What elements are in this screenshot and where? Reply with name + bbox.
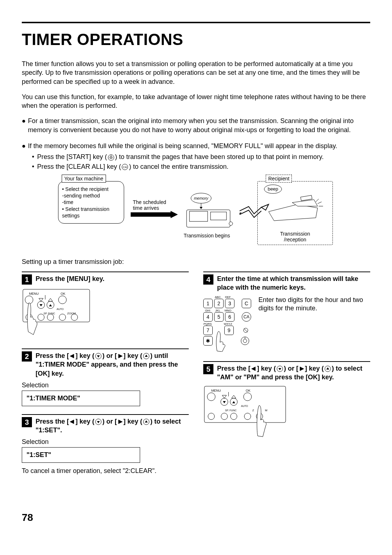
arrow-right-icon [131,211,178,218]
step-2-selection-box: "1:TIMER MODE" [22,391,140,406]
keypad-3: 3 [225,299,234,308]
step-3-selection-label: Selection [22,438,189,446]
note-bullet-1-text: For a timer transmission, scan the origi… [28,117,370,134]
svg-point-3 [111,157,111,158]
svg-marker-7 [171,211,178,218]
svg-point-58 [243,339,247,343]
svg-point-77 [244,393,252,401]
bullet-dot: ● [22,117,28,134]
clear-all-icon: CA [122,164,128,170]
svg-marker-60 [251,367,256,371]
left-triangle-icon [70,354,75,358]
control-panel-illustration: MENU | OK AUTO SP. FUNC ZOOM [22,288,91,339]
svg-text:MENU: MENU [211,389,221,392]
svg-point-84 [230,413,237,420]
svg-point-15 [229,222,233,225]
diagram-recipient-label: Recipient [266,175,292,183]
svg-point-82 [208,413,215,420]
step-1-text: Press the [MENU] key. [36,274,105,283]
svg-text:AUTO: AUTO [241,405,248,407]
svg-text:SP. FUNC: SP. FUNC [225,409,237,412]
svg-text:MENU: MENU [29,292,39,295]
up-circle-icon [324,366,331,372]
keypad-clearall: CA [242,312,251,322]
svg-marker-43 [70,354,74,358]
step-4-hint: Enter two digits for the hour and two di… [258,296,370,313]
svg-point-83 [221,413,228,420]
keypad-illustration: ABC DEF 1 2 3 C GHI JKL [203,296,251,353]
intro-paragraph-1: The timer function allows you to set a t… [22,60,370,86]
svg-text:OK: OK [61,292,65,295]
keypad-clear: C [242,299,251,308]
step-3-text: Press the [] key () or [] key () to sele… [36,417,189,435]
down-circle-icon [277,366,283,372]
note-bullet-2-sub1: • Press the [START] key () to transmit t… [32,152,370,161]
intro-paragraph-2: You can use this function, for example, … [22,93,370,110]
svg-text:beep: beep [268,186,278,192]
svg-point-39 [38,314,44,321]
keypad-1: 1 [203,299,213,308]
step-4: 4 Enter the time at which transmission w… [203,272,370,353]
step-number-2: 2 [22,351,32,362]
keypad-4: 4 [203,312,213,322]
svg-line-56 [244,328,248,332]
step-2-text: Press the [] key () or [] key () until "… [36,351,189,378]
diagram-scheduled-time: The scheduled time arrives [133,199,173,211]
fax-machine-icon: memory [179,191,241,234]
svg-marker-11 [200,207,203,209]
step-number-3: 3 [22,417,32,427]
svg-point-68 [207,393,215,401]
start-icon [240,336,250,346]
control-panel-illustration-2: MENU | OK AUTO SP. FUNC Z [203,385,287,440]
up-circle-icon [143,419,150,425]
diagram-recipient-box: beep Transmission /reception [257,181,333,245]
down-circle-icon [95,419,102,425]
svg-marker-63 [300,367,304,371]
note-bullet-2-sub2: • Press the [CLEAR ALL] key (CA) to canc… [32,162,370,171]
svg-point-40 [47,314,54,321]
step-1: 1 Press the [MENU] key. MENU | [22,272,189,340]
keypad-5: 5 [214,312,224,322]
down-circle-icon [95,353,102,359]
step-5: 5 Press the [] key () or [] key () to se… [203,361,370,441]
svg-text:M: M [265,409,268,412]
left-triangle-icon [251,367,256,371]
step-2-selection-label: Selection [22,381,189,389]
svg-rect-6 [131,212,171,217]
page-number: 78 [22,512,370,523]
step-5-illustration: MENU | OK AUTO SP. FUNC Z [203,385,370,441]
step-5-text: Press the [] key () or [] key () to sele… [217,364,370,382]
svg-line-21 [318,202,322,204]
note-bullet-2-text: If the memory becomes full while the ori… [28,142,337,150]
note-bullet-1: ● For a timer transmission, scan the ori… [22,117,370,134]
svg-text:OK: OK [246,389,250,392]
flow-diagram: Your fax machine • Select the recipient … [58,175,334,247]
step-number-4: 4 [203,274,213,285]
right-triangle-icon [299,367,304,371]
step-1-illustration: MENU | OK AUTO SP. FUNC ZOOM [22,288,189,340]
step-number-1: 1 [22,274,32,285]
keypad-6: 6 [225,312,234,322]
svg-text:CA: CA [123,166,127,169]
keypad-7: 7 [203,326,213,335]
setup-lead: Setting up a timer transmission job: [22,258,370,266]
note-bullet-2: ● If the memory becomes full while the o… [22,142,370,150]
keypad-star: ✱ [203,336,213,346]
svg-text:Z: Z [252,409,254,412]
left-triangle-icon [70,420,75,424]
svg-marker-49 [70,420,74,424]
svg-text:|: | [228,391,229,396]
svg-rect-13 [189,211,208,221]
svg-marker-52 [118,420,123,424]
svg-point-42 [71,314,78,321]
diagram-settings-box: • Select the recipient -sending method -… [58,181,124,224]
step-3-selection-box: "1:SET" [22,447,140,463]
step-4-text: Enter the time at which transmission wil… [217,274,370,292]
page-title: TIMER OPERATIONS [22,30,370,49]
svg-point-85 [244,413,251,420]
step-number-5: 5 [203,364,213,374]
right-triangle-icon [118,354,123,358]
step-3-cancel-note: To cancel a timer operation, select "2:C… [22,467,189,475]
svg-point-34 [58,296,66,304]
fax-machine-recipient-icon [261,192,327,224]
